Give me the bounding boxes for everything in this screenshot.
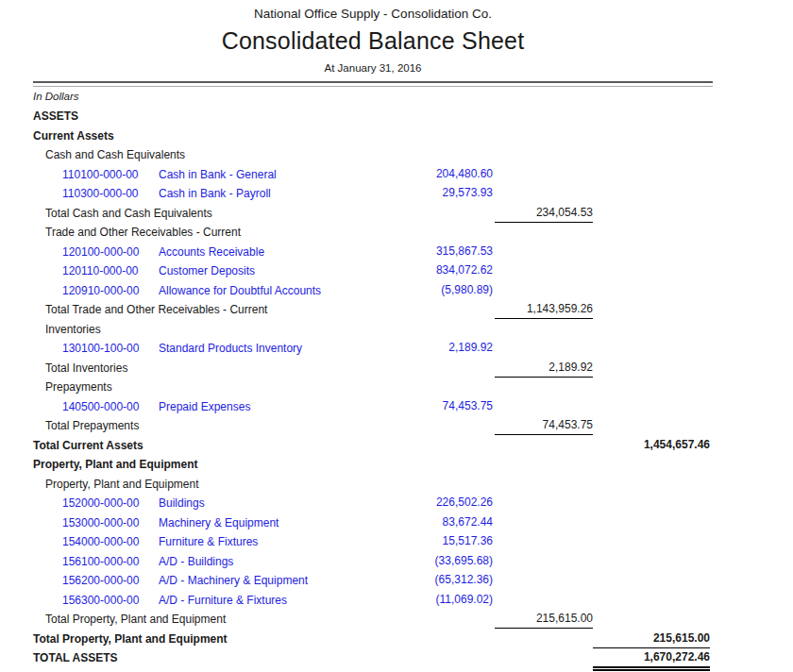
account-amount: 834,072.62 [378,262,493,279]
report-row-account: 152000-000-00Buildings226,502.26 [0,494,793,513]
section-total-label: Total Property, Plant and Equipment [33,630,228,649]
report-row-account: 153000-000-00Machinery & Equipment83,672… [0,513,793,533]
report-header: National Office Supply - Consolidation C… [0,0,746,74]
subtotal-amount: 74,453.75 [495,417,593,435]
subtotal-amount: 2,189.92 [495,360,593,378]
company-name: National Office Supply - Consolidation C… [0,7,746,21]
account-amount: 2,189.92 [378,340,493,357]
account-name-link[interactable]: Allowance for Doubtful Accounts [159,281,321,301]
group-heading: Prepayments [45,378,112,397]
account-amount: (33,695.68) [378,553,493,570]
account-id-link[interactable]: 120110-000-00 [62,261,139,281]
report-row-account: 130100-100-00Standard Products Inventory… [0,339,793,359]
report-row-account: 156100-000-00A/D - Buildings(33,695.68) [0,552,793,572]
account-name-link[interactable]: A/D - Furniture & Fixtures [159,591,287,611]
account-id-link[interactable]: 120100-000-00 [62,243,139,262]
report-row-account: 156300-000-00A/D - Furniture & Fixtures(… [0,591,793,611]
section-total-label: TOTAL ASSETS [33,648,118,668]
currency-note: In Dollars [33,91,79,102]
subtotal-amount: 234,054.53 [495,205,593,223]
report-row-section_total: Total Current Assets1,454,657.46 [0,436,793,456]
subtotal-amount: 215,615.00 [495,611,593,629]
report-rows: ASSETSCurrent AssetsCash and Cash Equiva… [0,107,793,668]
report-row-group: Cash and Cash Equivalents [0,145,793,165]
report-row-account: 156200-000-00A/D - Machinery & Equipment… [0,571,793,591]
account-id-link[interactable]: 154000-000-00 [62,532,139,552]
account-amount: (5,980.89) [378,282,493,299]
report-row-group: Inventories [0,320,793,340]
account-name-link[interactable]: Cash in Bank - Payroll [159,184,271,204]
account-name-link[interactable]: Standard Products Inventory [159,339,302,359]
account-amount: (11,069.02) [378,592,493,609]
report-row-group: Trade and Other Receivables - Current [0,223,793,243]
group-heading: Property, Plant and Equipment [45,475,199,495]
report-row-total1: Total Inventories2,189.92 [0,359,793,378]
account-id-link[interactable]: 156200-000-00 [62,571,139,591]
account-name-link[interactable]: Furniture & Fixtures [159,532,258,552]
account-amount: 74,453.75 [378,398,493,415]
account-name-link[interactable]: Prepaid Expenses [159,397,250,417]
report-title: Consolidated Balance Sheet [0,27,746,55]
account-name-link[interactable]: Machinery & Equipment [159,513,278,533]
report-row-section: ASSETS [0,107,793,126]
group-heading: Inventories [45,320,101,340]
account-name-link[interactable]: A/D - Buildings [159,552,233,572]
account-id-link[interactable]: 156100-000-00 [62,552,139,572]
report-row-account: 154000-000-00Furniture & Fixtures15,517.… [0,532,793,552]
subtotal-label: Total Trade and Other Receivables - Curr… [45,300,267,320]
account-id-link[interactable]: 130100-100-00 [62,339,139,359]
section-total-amount: 1,670,272.46 [593,649,710,671]
account-id-link[interactable]: 120910-000-00 [62,281,139,301]
report-row-account: 110100-000-00Cash in Bank - General204,4… [0,165,793,185]
report-row-section: Current Assets [0,126,793,146]
account-id-link[interactable]: 110300-000-00 [62,184,139,204]
account-amount: 204,480.60 [378,166,493,183]
account-name-link[interactable]: Accounts Receivable [159,243,264,262]
section-heading: ASSETS [33,107,78,126]
report-row-section: Property, Plant and Equipment [0,455,793,475]
balance-sheet-report: National Office Supply - Consolidation C… [0,0,793,672]
subtotal-label: Total Cash and Cash Equivalents [45,204,212,224]
section-heading: Current Assets [33,126,114,146]
account-id-link[interactable]: 153000-000-00 [62,513,139,533]
report-row-account: 120910-000-00Allowance for Doubtful Acco… [0,281,793,301]
account-name-link[interactable]: Buildings [159,494,205,513]
section-heading: Property, Plant and Equipment [33,455,197,475]
account-name-link[interactable]: A/D - Machinery & Equipment [159,571,308,591]
report-row-section_total: TOTAL ASSETS1,670,272.46 [0,648,793,668]
section-total-label: Total Current Assets [33,436,143,456]
group-heading: Cash and Cash Equivalents [45,145,185,165]
account-amount: 83,672.44 [378,514,493,531]
account-name-link[interactable]: Customer Deposits [159,261,255,281]
report-row-total1: Total Trade and Other Receivables - Curr… [0,300,793,320]
report-row-group: Property, Plant and Equipment [0,475,793,495]
account-amount: (65,312.36) [378,572,493,589]
account-amount: 315,867.53 [378,244,493,260]
header-divider [33,81,713,87]
account-id-link[interactable]: 110100-000-00 [62,165,139,185]
section-total-amount: 1,454,657.46 [593,437,710,454]
report-row-section_total: Total Property, Plant and Equipment215,6… [0,630,793,649]
group-heading: Trade and Other Receivables - Current [45,223,241,243]
report-row-total1: Total Cash and Cash Equivalents234,054.5… [0,204,793,224]
account-amount: 226,502.26 [378,495,493,512]
report-row-account: 120100-000-00Accounts Receivable315,867.… [0,243,793,262]
subtotal-label: Total Inventories [45,359,127,378]
account-name-link[interactable]: Cash in Bank - General [159,165,277,185]
report-row-group: Prepayments [0,378,793,397]
account-id-link[interactable]: 152000-000-00 [62,494,139,513]
account-id-link[interactable]: 140500-000-00 [62,397,139,417]
report-date: At January 31, 2016 [0,62,746,74]
subtotal-amount: 1,143,959.26 [495,301,593,319]
report-row-total1: Total Property, Plant and Equipment215,6… [0,610,793,630]
account-id-link[interactable]: 156300-000-00 [62,591,139,611]
report-row-total1: Total Prepayments74,453.75 [0,416,793,436]
subtotal-label: Total Prepayments [45,416,139,436]
report-row-account: 120110-000-00Customer Deposits834,072.62 [0,261,793,281]
subtotal-label: Total Property, Plant and Equipment [45,610,226,630]
account-amount: 15,517.36 [378,533,493,550]
report-row-account: 110300-000-00Cash in Bank - Payroll29,57… [0,184,793,204]
section-total-amount: 215,615.00 [593,630,710,648]
report-row-account: 140500-000-00Prepaid Expenses74,453.75 [0,397,793,417]
account-amount: 29,573.93 [378,185,493,202]
